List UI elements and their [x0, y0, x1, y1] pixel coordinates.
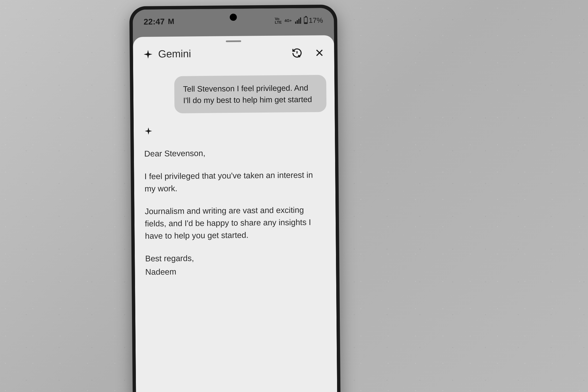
phone-device: 22:47 M Vo LTE 4G+ — [129, 5, 341, 392]
response-signoff: Best regards, — [145, 251, 326, 265]
signal-icon — [295, 17, 301, 24]
status-time: 22:47 — [144, 17, 165, 26]
app-title: Gemini — [158, 48, 191, 60]
app-sheet: Gemini — [133, 35, 338, 392]
battery-percent: 17% — [309, 16, 323, 25]
status-right: Vo LTE 4G+ 17% — [275, 16, 323, 25]
phone-frame: 22:47 M Vo LTE 4G+ — [133, 8, 338, 392]
status-left: 22:47 M — [144, 17, 174, 26]
response-sparkle-icon — [142, 125, 327, 137]
network-type-label: 4G+ — [285, 18, 292, 23]
app-title-wrap: Gemini — [143, 48, 191, 60]
user-message-text: Tell Stevenson I feel privileged. And I'… — [183, 84, 312, 105]
volte-icon: Vo LTE — [275, 17, 282, 24]
phone-screen: 22:47 M Vo LTE 4G+ — [133, 8, 338, 392]
response-paragraph-1: I feel privileged that you've taken an i… — [144, 169, 325, 195]
chat-content: Tell Stevenson I feel privileged. And I'… — [133, 75, 336, 278]
sparkle-icon — [143, 49, 153, 59]
history-reset-icon[interactable] — [291, 47, 302, 58]
response-greeting: Dear Stevenson, — [144, 146, 325, 160]
camera-notch — [230, 14, 237, 21]
battery-icon — [304, 17, 308, 24]
user-message-bubble[interactable]: Tell Stevenson I feel privileged. And I'… — [174, 75, 326, 113]
close-icon[interactable] — [314, 48, 324, 58]
assistant-response[interactable]: Dear Stevenson, I feel privileged that y… — [142, 146, 328, 278]
response-paragraph-2: Journalism and writing are vast and exci… — [145, 204, 325, 242]
response-name: Nadeem — [145, 264, 326, 278]
battery-indicator: 17% — [304, 16, 323, 25]
app-header: Gemini — [133, 47, 334, 60]
header-actions — [291, 47, 324, 58]
gmail-icon: M — [168, 17, 174, 26]
drag-handle[interactable] — [226, 40, 241, 42]
